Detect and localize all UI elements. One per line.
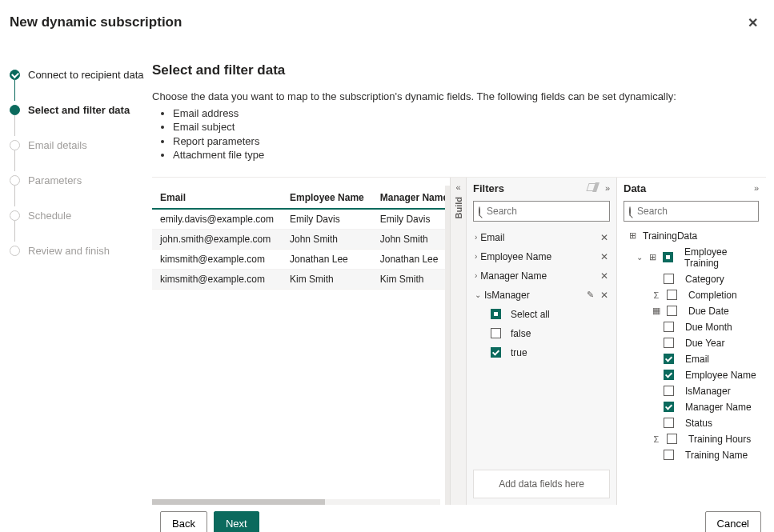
data-search[interactable] (624, 201, 759, 222)
back-button[interactable]: Back (160, 511, 207, 532)
field-label: Training Name (685, 450, 748, 461)
search-icon (629, 206, 631, 216)
cancel-button[interactable]: Cancel (705, 511, 761, 532)
checkbox[interactable] (667, 290, 677, 300)
edit-filter-icon[interactable]: ✎ (587, 290, 594, 300)
filters-pane: Filters » ›Email✕›Employee Name✕›Manager… (466, 178, 616, 505)
step-label: Connect to recipient data (28, 69, 144, 81)
field-manager-name[interactable]: Manager Name (624, 399, 759, 415)
step-select-and-filter-data[interactable]: Select and filter data (10, 101, 144, 118)
field-label: Manager Name (685, 402, 752, 413)
field-category[interactable]: Category (624, 271, 759, 287)
search-icon (479, 206, 480, 216)
step-email-details[interactable]: Email details (10, 136, 144, 154)
checkbox[interactable] (664, 418, 674, 428)
remove-filter-icon[interactable]: ✕ (600, 270, 608, 282)
filter-option-label: false (511, 328, 531, 339)
field-training-hours[interactable]: Training Hours (624, 431, 759, 447)
data-search-input[interactable] (636, 205, 759, 218)
checkbox[interactable] (664, 450, 674, 460)
step-indicator-icon (10, 210, 20, 221)
filters-search-input[interactable] (485, 205, 608, 218)
expand-data-icon[interactable]: » (754, 183, 759, 193)
table-cell: emily.davis@example.com (152, 209, 282, 230)
filter-item-manager-name[interactable]: ›Manager Name✕ (473, 266, 610, 286)
filter-option-label: Select all (511, 309, 550, 320)
step-connect-to-recipient-data[interactable]: Connect to recipient data (10, 66, 144, 83)
main-pane: Select and filter data Choose the data y… (152, 45, 774, 505)
step-review-and-finish[interactable]: Review and finish (10, 242, 144, 259)
field-email[interactable]: Email (624, 351, 759, 367)
close-icon[interactable]: ✕ (748, 15, 758, 30)
table-label: Employee Training (684, 246, 759, 269)
checkbox[interactable] (664, 274, 674, 284)
checkbox[interactable] (664, 402, 674, 412)
checkbox[interactable] (491, 347, 501, 358)
checkbox[interactable] (664, 338, 674, 348)
table-row[interactable]: emily.davis@example.comEmily DavisEmily … (152, 209, 450, 230)
table-row[interactable]: john.smith@example.comJohn SmithJohn Smi… (152, 229, 450, 249)
field-label: Due Month (685, 322, 732, 333)
step-label: Select and filter data (28, 104, 130, 116)
checkbox[interactable] (664, 354, 674, 364)
table-row[interactable]: kimsmith@example.comKim SmithKim Smith (152, 269, 450, 289)
checkbox[interactable] (663, 252, 673, 262)
filter-item-employee-name[interactable]: ›Employee Name✕ (473, 247, 610, 266)
chevron-icon: › (475, 233, 477, 242)
field-label: Category (685, 274, 724, 285)
table-cell: John Smith (282, 229, 372, 249)
table-node[interactable]: ⌄ ⊞ Employee Training (624, 244, 759, 271)
field-status[interactable]: Status (624, 415, 759, 431)
filter-option-label: true (511, 347, 527, 358)
build-tab[interactable]: « Build (450, 178, 466, 505)
column-header[interactable]: Manager Name (372, 186, 450, 209)
table-cell: Jonathan Lee (282, 249, 372, 269)
filter-option[interactable]: true (473, 343, 610, 362)
remove-filter-icon[interactable]: ✕ (600, 251, 608, 262)
filter-item-email[interactable]: ›Email✕ (473, 228, 610, 247)
checkbox[interactable] (664, 370, 674, 380)
field-completion[interactable]: Completion (624, 287, 759, 303)
datasource-node[interactable]: ⊞TrainingData (624, 228, 759, 244)
checkbox[interactable] (491, 328, 501, 338)
checkbox[interactable] (664, 386, 674, 396)
checkbox[interactable] (667, 434, 677, 444)
filters-dropzone[interactable]: Add data fields here (473, 470, 610, 498)
filter-item-ismanager[interactable]: ⌄IsManager✎ ✕ (473, 286, 610, 305)
table-cell: John Smith (372, 229, 450, 249)
checkbox[interactable] (664, 322, 674, 332)
step-parameters[interactable]: Parameters (10, 171, 144, 189)
dialog-footer: Back Next Cancel (0, 505, 774, 532)
filter-option[interactable]: false (473, 324, 610, 343)
column-header[interactable]: Employee Name (282, 186, 372, 209)
table-row[interactable]: kimsmith@example.comJonathan LeeJonathan… (152, 249, 450, 269)
step-schedule[interactable]: Schedule (10, 206, 144, 224)
filter-option[interactable]: Select all (473, 305, 610, 324)
next-button[interactable]: Next (214, 511, 259, 532)
horizontal-scrollbar[interactable] (152, 499, 440, 505)
remove-filter-icon[interactable]: ✕ (600, 232, 608, 243)
chevron-icon: ⌄ (475, 290, 481, 299)
field-due-year[interactable]: Due Year (624, 335, 759, 351)
checkbox[interactable] (667, 306, 677, 316)
filters-search[interactable] (473, 201, 610, 222)
field-label: Due Year (685, 338, 724, 349)
field-due-month[interactable]: Due Month (624, 319, 759, 335)
field-label: IsManager (685, 386, 731, 397)
step-indicator-icon (10, 175, 20, 186)
remove-filter-icon[interactable]: ✕ (600, 290, 608, 301)
step-label: Parameters (28, 174, 82, 186)
field-due-date[interactable]: ▦Due Date (624, 303, 759, 319)
field-employee-name[interactable]: Employee Name (624, 367, 759, 383)
data-pane: Data » ⊞TrainingData⌄ ⊞ Employee Trainin… (616, 178, 765, 505)
bullet-item: Email subject (173, 120, 766, 134)
clear-filters-icon[interactable] (588, 183, 597, 193)
column-header[interactable]: Email (152, 186, 282, 209)
field-label: Status (685, 418, 712, 429)
field-ismanager[interactable]: IsManager (624, 383, 759, 399)
checkbox[interactable] (491, 309, 501, 319)
expand-pane-icon[interactable]: » (605, 183, 610, 193)
field-training-name[interactable]: Training Name (624, 447, 759, 463)
sigma-icon (651, 434, 662, 444)
chevron-icon: › (475, 252, 477, 261)
